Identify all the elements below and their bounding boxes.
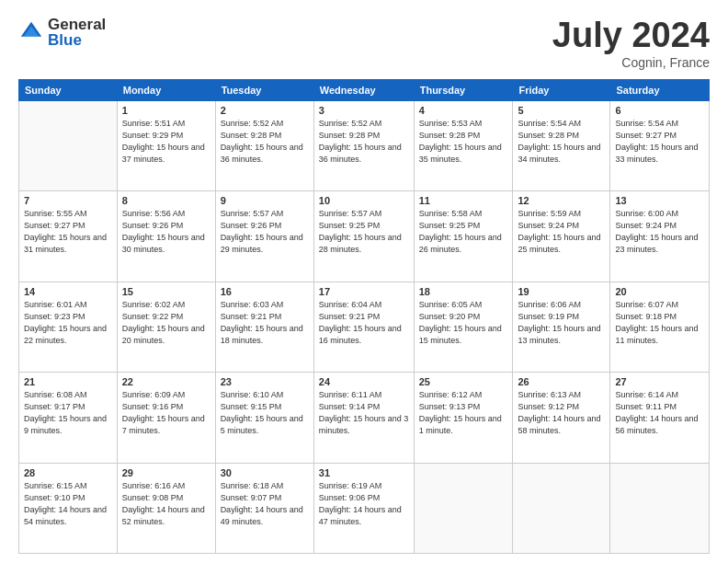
day-number: 31 [319, 467, 409, 478]
day-number: 7 [24, 195, 112, 206]
calendar-cell: 13Sunrise: 6:00 AM Sunset: 9:24 PM Dayli… [610, 191, 710, 282]
day-info: Sunrise: 6:06 AM Sunset: 9:19 PM Dayligh… [518, 299, 605, 347]
day-info: Sunrise: 6:04 AM Sunset: 9:21 PM Dayligh… [319, 299, 409, 347]
calendar-cell: 11Sunrise: 5:58 AM Sunset: 9:25 PM Dayli… [414, 191, 513, 282]
day-info: Sunrise: 6:14 AM Sunset: 9:11 PM Dayligh… [615, 389, 704, 437]
day-number: 27 [615, 376, 704, 387]
day-info: Sunrise: 6:07 AM Sunset: 9:18 PM Dayligh… [615, 299, 704, 347]
day-number: 20 [615, 286, 704, 297]
calendar-cell: 8Sunrise: 5:56 AM Sunset: 9:26 PM Daylig… [117, 191, 215, 282]
day-number: 1 [122, 105, 210, 116]
header-sunday: Sunday [19, 79, 118, 100]
day-info: Sunrise: 6:11 AM Sunset: 9:14 PM Dayligh… [319, 389, 409, 437]
day-number: 10 [319, 195, 409, 206]
calendar-cell: 22Sunrise: 6:09 AM Sunset: 9:16 PM Dayli… [117, 373, 215, 463]
calendar-cell: 7Sunrise: 5:55 AM Sunset: 9:27 PM Daylig… [19, 191, 118, 282]
logo-general: General [48, 17, 106, 32]
calendar-cell: 25Sunrise: 6:12 AM Sunset: 9:13 PM Dayli… [414, 373, 513, 463]
day-info: Sunrise: 6:01 AM Sunset: 9:23 PM Dayligh… [24, 299, 112, 347]
day-number: 8 [122, 195, 210, 206]
calendar-cell: 15Sunrise: 6:02 AM Sunset: 9:22 PM Dayli… [117, 282, 215, 372]
calendar-cell: 26Sunrise: 6:13 AM Sunset: 9:12 PM Dayli… [513, 373, 610, 463]
calendar-cell [513, 463, 610, 553]
day-info: Sunrise: 6:03 AM Sunset: 9:21 PM Dayligh… [221, 299, 309, 347]
day-number: 24 [319, 376, 409, 387]
location: Cognin, France [552, 55, 710, 70]
logo-blue: Blue [48, 32, 106, 48]
day-number: 13 [615, 195, 704, 206]
day-number: 9 [221, 195, 309, 206]
header-friday: Friday [513, 79, 610, 100]
day-number: 4 [419, 105, 508, 116]
day-info: Sunrise: 5:57 AM Sunset: 9:26 PM Dayligh… [221, 208, 309, 256]
day-info: Sunrise: 6:09 AM Sunset: 9:16 PM Dayligh… [122, 389, 210, 437]
day-number: 19 [518, 286, 605, 297]
day-info: Sunrise: 5:54 AM Sunset: 9:27 PM Dayligh… [615, 118, 704, 166]
calendar-cell: 29Sunrise: 6:16 AM Sunset: 9:08 PM Dayli… [117, 463, 215, 553]
day-number: 3 [319, 105, 409, 116]
day-info: Sunrise: 6:18 AM Sunset: 9:07 PM Dayligh… [221, 480, 309, 528]
calendar-cell: 2Sunrise: 5:52 AM Sunset: 9:28 PM Daylig… [215, 100, 313, 190]
day-number: 21 [24, 376, 112, 387]
day-number: 12 [518, 195, 605, 206]
calendar-cell: 19Sunrise: 6:06 AM Sunset: 9:19 PM Dayli… [513, 282, 610, 372]
calendar-cell: 1Sunrise: 5:51 AM Sunset: 9:29 PM Daylig… [117, 100, 215, 190]
day-info: Sunrise: 5:51 AM Sunset: 9:29 PM Dayligh… [122, 118, 210, 166]
calendar-cell [414, 463, 513, 553]
calendar-cell: 27Sunrise: 6:14 AM Sunset: 9:11 PM Dayli… [610, 373, 710, 463]
calendar-table: Sunday Monday Tuesday Wednesday Thursday… [18, 79, 710, 554]
calendar-cell: 21Sunrise: 6:08 AM Sunset: 9:17 PM Dayli… [19, 373, 118, 463]
day-info: Sunrise: 6:02 AM Sunset: 9:22 PM Dayligh… [122, 299, 210, 347]
page: General Blue July 2024 Cognin, France Su… [0, 0, 728, 563]
calendar-cell: 30Sunrise: 6:18 AM Sunset: 9:07 PM Dayli… [215, 463, 313, 553]
header: General Blue July 2024 Cognin, France [18, 17, 710, 70]
calendar-cell: 4Sunrise: 5:53 AM Sunset: 9:28 PM Daylig… [414, 100, 513, 190]
logo-text: General Blue [48, 17, 106, 48]
calendar-cell: 14Sunrise: 6:01 AM Sunset: 9:23 PM Dayli… [19, 282, 118, 372]
day-info: Sunrise: 5:59 AM Sunset: 9:24 PM Dayligh… [518, 208, 605, 256]
calendar-cell [610, 463, 710, 553]
day-number: 25 [419, 376, 508, 387]
calendar-cell: 20Sunrise: 6:07 AM Sunset: 9:18 PM Dayli… [610, 282, 710, 372]
day-number: 23 [221, 376, 309, 387]
day-info: Sunrise: 6:00 AM Sunset: 9:24 PM Dayligh… [615, 208, 704, 256]
calendar-cell: 18Sunrise: 6:05 AM Sunset: 9:20 PM Dayli… [414, 282, 513, 372]
header-wednesday: Wednesday [313, 79, 414, 100]
header-saturday: Saturday [610, 79, 710, 100]
day-info: Sunrise: 5:54 AM Sunset: 9:28 PM Dayligh… [518, 118, 605, 166]
calendar-cell: 3Sunrise: 5:52 AM Sunset: 9:28 PM Daylig… [313, 100, 414, 190]
calendar-cell: 6Sunrise: 5:54 AM Sunset: 9:27 PM Daylig… [610, 100, 710, 190]
day-number: 11 [419, 195, 508, 206]
header-tuesday: Tuesday [215, 79, 313, 100]
calendar-cell: 28Sunrise: 6:15 AM Sunset: 9:10 PM Dayli… [19, 463, 118, 553]
day-number: 17 [319, 286, 409, 297]
title-block: July 2024 Cognin, France [552, 17, 710, 70]
day-number: 6 [615, 105, 704, 116]
day-info: Sunrise: 5:52 AM Sunset: 9:28 PM Dayligh… [221, 118, 309, 166]
logo: General Blue [18, 17, 106, 48]
day-number: 14 [24, 286, 112, 297]
calendar-cell: 31Sunrise: 6:19 AM Sunset: 9:06 PM Dayli… [313, 463, 414, 553]
day-info: Sunrise: 5:55 AM Sunset: 9:27 PM Dayligh… [24, 208, 112, 256]
calendar-cell: 9Sunrise: 5:57 AM Sunset: 9:26 PM Daylig… [215, 191, 313, 282]
day-number: 29 [122, 467, 210, 478]
calendar-cell: 10Sunrise: 5:57 AM Sunset: 9:25 PM Dayli… [313, 191, 414, 282]
week-row-2: 14Sunrise: 6:01 AM Sunset: 9:23 PM Dayli… [19, 282, 710, 372]
day-number: 15 [122, 286, 210, 297]
day-info: Sunrise: 5:58 AM Sunset: 9:25 PM Dayligh… [419, 208, 508, 256]
calendar-cell: 17Sunrise: 6:04 AM Sunset: 9:21 PM Dayli… [313, 282, 414, 372]
day-info: Sunrise: 5:56 AM Sunset: 9:26 PM Dayligh… [122, 208, 210, 256]
day-number: 30 [221, 467, 309, 478]
calendar-cell: 23Sunrise: 6:10 AM Sunset: 9:15 PM Dayli… [215, 373, 313, 463]
day-info: Sunrise: 5:52 AM Sunset: 9:28 PM Dayligh… [319, 118, 409, 166]
day-info: Sunrise: 5:57 AM Sunset: 9:25 PM Dayligh… [319, 208, 409, 256]
calendar-cell: 5Sunrise: 5:54 AM Sunset: 9:28 PM Daylig… [513, 100, 610, 190]
logo-icon [18, 19, 44, 45]
day-info: Sunrise: 6:13 AM Sunset: 9:12 PM Dayligh… [518, 389, 605, 437]
header-monday: Monday [117, 79, 215, 100]
day-info: Sunrise: 6:12 AM Sunset: 9:13 PM Dayligh… [419, 389, 508, 437]
day-number: 2 [221, 105, 309, 116]
day-number: 26 [518, 376, 605, 387]
calendar-header-row: Sunday Monday Tuesday Wednesday Thursday… [19, 79, 710, 100]
day-number: 28 [24, 467, 112, 478]
